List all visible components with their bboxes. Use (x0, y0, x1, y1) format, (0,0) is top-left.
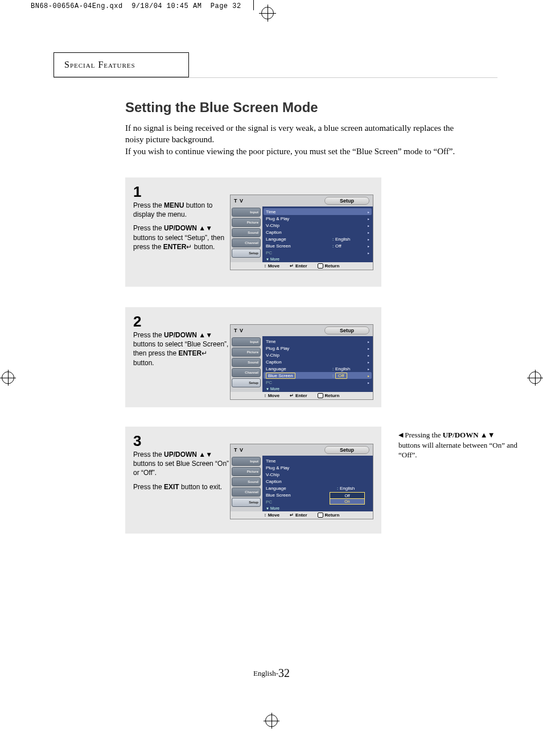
t: Caption (266, 230, 331, 235)
t: Off (335, 243, 365, 249)
tab-channel[interactable]: Channel (232, 368, 261, 377)
t: button to exit. (179, 483, 222, 491)
menu-vchip[interactable]: V-Chip (266, 471, 369, 478)
header-separator (253, 0, 254, 10)
chevron-right-icon: ▸ (365, 381, 369, 385)
intro-p2: If you wish to continue viewing the poor… (125, 146, 467, 157)
menu-blue[interactable]: Blue Screen:Off▸ (266, 242, 369, 249)
menu-language[interactable]: Language:English▸ (266, 365, 369, 372)
step-body: Press the UP/DOWN ▲▼ buttons to set Blue… (133, 450, 230, 491)
step-3: 3 Press the UP/DOWN ▲▼ buttons to set Bl… (125, 427, 381, 534)
t: V-Chip (266, 353, 331, 358)
intro-text: If no signal is being received or the si… (125, 122, 467, 157)
t: EXIT (164, 483, 179, 491)
crop-mark-bottom (264, 713, 279, 729)
chevron-right-icon: ▸ (365, 244, 369, 248)
return-icon (318, 393, 323, 398)
t: Move (268, 393, 279, 398)
tab-sound[interactable]: Sound (232, 358, 261, 367)
osd-tabs: Input Picture Sound Channel Setup (231, 206, 262, 262)
menu-caption[interactable]: Caption▸ (266, 229, 369, 236)
tab-picture[interactable]: Picture (232, 218, 261, 227)
chevron-right-icon: ▸ (365, 251, 369, 255)
footer-lang: English- (253, 669, 278, 677)
t: UP/DOWN (164, 451, 197, 458)
osd-title: Setup (324, 327, 369, 334)
t: Plug & Play (266, 216, 331, 221)
t: Press the (133, 224, 164, 232)
menu-plug[interactable]: Plug & Play▸ (266, 215, 369, 222)
tab-sound[interactable]: Sound (232, 477, 261, 486)
tab-channel[interactable]: Channel (232, 488, 261, 497)
tab-picture[interactable]: Picture (232, 348, 261, 357)
menu-more[interactable]: ▼ More (266, 506, 369, 510)
menu-plug[interactable]: Plug & Play (266, 464, 369, 471)
step-body: Press the UP/DOWN ▲▼ buttons to select “… (133, 331, 230, 367)
t: Enter (295, 513, 307, 518)
tab-picture[interactable]: Picture (232, 467, 261, 476)
menu-language[interactable]: Language:English (266, 485, 369, 491)
section-label-box: Special Features (54, 52, 189, 77)
osd-menu: Time Plug & Play V-Chip Caption Language… (262, 456, 373, 511)
t: Time (266, 209, 331, 214)
chevron-right-icon: ▸ (365, 237, 369, 241)
t: Language (266, 486, 335, 491)
tab-setup[interactable]: Setup (232, 249, 261, 258)
menu-vchip[interactable]: V-Chip▸ (266, 222, 369, 229)
tab-input[interactable]: Input (232, 208, 261, 217)
t: ENTER (178, 349, 201, 357)
tab-input[interactable]: Input (232, 457, 261, 466)
menu-blue[interactable]: Blue Screen:Off▸ (264, 372, 372, 379)
osd-tv-label: T V (234, 198, 244, 204)
osd-title: Setup (324, 446, 369, 454)
step-1: 1 Press the MENU button to display the m… (125, 177, 381, 287)
menu-time[interactable]: Time▸ (264, 208, 372, 215)
tab-sound[interactable]: Sound (232, 228, 261, 237)
blue-screen-dropdown[interactable]: Off On (330, 492, 365, 505)
chevron-right-icon: ▸ (365, 210, 369, 214)
crop-mark-left (0, 370, 16, 386)
enter-icon: ↵ (290, 393, 294, 398)
intro-p1: If no signal is being received or the si… (125, 122, 467, 146)
chevron-right-icon: ▸ (365, 374, 369, 378)
osd-title: Setup (324, 197, 369, 205)
option-on[interactable]: On (330, 498, 365, 505)
tab-input[interactable]: Input (232, 337, 261, 346)
page-title: Setting the Blue Screen Mode (125, 100, 318, 115)
t: Time (266, 458, 369, 464)
menu-plug[interactable]: Plug & Play▸ (266, 345, 369, 352)
chevron-right-icon: ▸ (365, 360, 369, 364)
t: Plug & Play (266, 346, 331, 351)
t: Blue Screen (266, 373, 295, 379)
tab-channel[interactable]: Channel (232, 238, 261, 247)
crop-mark-right (527, 370, 543, 386)
menu-more[interactable]: ▼ More (266, 257, 369, 261)
osd-menu: Time▸ Plug & Play▸ V-Chip▸ Caption▸ Lang… (262, 336, 373, 392)
t: Time (266, 339, 331, 344)
t: Caption (266, 479, 369, 484)
menu-caption[interactable]: Caption (266, 478, 369, 485)
t: Move (268, 263, 279, 268)
t: Enter (295, 393, 307, 398)
footer-page: 32 (278, 667, 290, 679)
tab-setup[interactable]: Setup (232, 498, 261, 507)
t: MENU (164, 201, 184, 209)
tv-osd: T V Setup Input Picture Sound Channel Se… (230, 444, 373, 519)
t: PC (266, 380, 331, 385)
tab-setup[interactable]: Setup (232, 378, 261, 387)
menu-time[interactable]: Time (266, 457, 369, 464)
osd-help: ↕ Move ↵ Enter Return (231, 262, 373, 270)
menu-more[interactable]: ▼ More (266, 387, 369, 391)
menu-caption[interactable]: Caption▸ (266, 358, 369, 365)
t: Language (266, 366, 331, 371)
osd-tv-label: T V (234, 447, 244, 453)
menu-vchip[interactable]: V-Chip▸ (266, 352, 369, 358)
t: UP/DOWN (443, 431, 479, 439)
menu-language[interactable]: Language:English▸ (266, 236, 369, 242)
t: More (270, 506, 279, 510)
section-rule (54, 77, 497, 78)
t: Caption (266, 360, 331, 365)
osd-menu: Time▸ Plug & Play▸ V-Chip▸ Caption▸ Lang… (262, 206, 373, 262)
menu-time[interactable]: Time▸ (266, 338, 369, 345)
print-header: BN68-00656A-04Eng.qxd 9/18/04 10:45 AM P… (31, 2, 241, 10)
